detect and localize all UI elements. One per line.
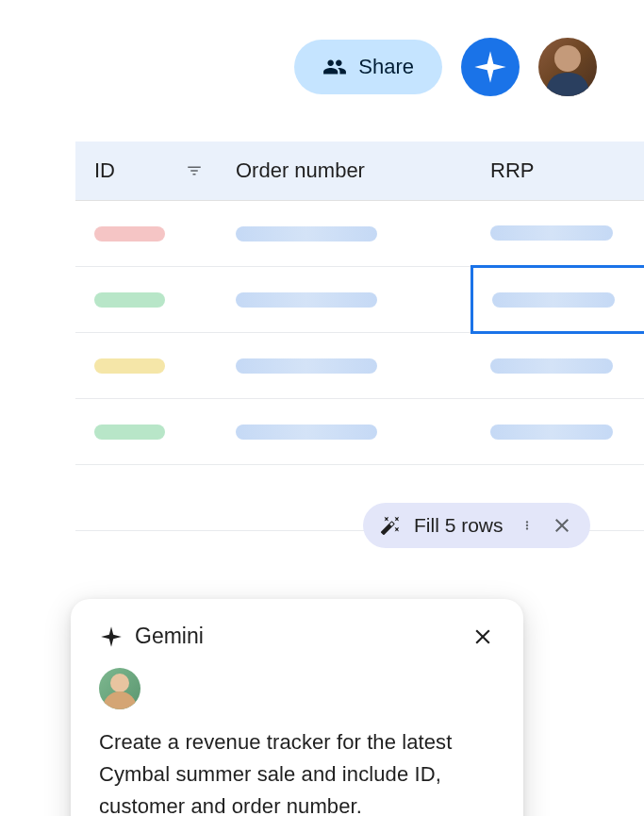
cell-id[interactable]	[75, 201, 217, 267]
cell-id[interactable]	[75, 333, 217, 399]
cell-id[interactable]	[75, 465, 217, 531]
table-header-row: ID Order number RRP	[75, 142, 644, 201]
prompt-user-avatar	[99, 668, 140, 709]
cell-order[interactable]	[217, 399, 471, 465]
placeholder-pill	[94, 292, 165, 308]
placeholder-pill	[236, 358, 377, 374]
column-header-rrp[interactable]: RRP	[471, 142, 644, 201]
cell-order[interactable]	[217, 267, 471, 333]
user-avatar[interactable]	[538, 38, 597, 96]
placeholder-pill	[236, 292, 377, 308]
sparkle-icon	[471, 48, 509, 86]
sparkle-icon	[99, 624, 124, 649]
table-row	[75, 333, 644, 399]
placeholder-pill	[490, 225, 613, 241]
table-row	[75, 201, 644, 267]
data-table: ID Order number RRP	[75, 142, 644, 531]
cell-id[interactable]	[75, 399, 217, 465]
filter-icon[interactable]	[186, 162, 203, 179]
cell-rrp[interactable]	[471, 399, 644, 465]
gemini-panel-title: Gemini	[99, 624, 204, 649]
placeholder-pill	[94, 358, 165, 374]
gemini-button[interactable]	[461, 38, 520, 96]
placeholder-pill	[94, 226, 165, 241]
top-toolbar: Share	[294, 38, 597, 96]
close-icon[interactable]	[471, 624, 495, 649]
share-label: Share	[358, 55, 414, 79]
fill-rows-chip[interactable]: Fill 5 rows	[363, 503, 590, 548]
fill-rows-label: Fill 5 rows	[414, 514, 504, 537]
share-button[interactable]: Share	[294, 40, 442, 94]
cell-id[interactable]	[75, 267, 217, 333]
gemini-panel-header: Gemini	[99, 624, 495, 649]
more-vert-icon[interactable]	[517, 515, 537, 536]
placeholder-pill	[94, 425, 165, 440]
placeholder-pill	[490, 425, 613, 440]
placeholder-pill	[490, 358, 613, 374]
cell-rrp[interactable]	[471, 201, 644, 267]
table-row	[75, 267, 644, 333]
close-icon[interactable]	[551, 514, 573, 537]
cell-rrp[interactable]	[471, 333, 644, 399]
column-header-id[interactable]: ID	[75, 142, 217, 201]
gemini-panel: Gemini Create a revenue tracker for the …	[71, 599, 523, 816]
cell-order[interactable]	[217, 201, 471, 267]
gemini-prompt-text: Create a revenue tracker for the latest …	[99, 726, 495, 816]
placeholder-pill	[236, 226, 377, 241]
people-icon	[322, 55, 347, 79]
cell-rrp-selected[interactable]	[471, 267, 644, 333]
magic-wand-icon	[380, 515, 401, 536]
table-row	[75, 399, 644, 465]
column-header-order[interactable]: Order number	[217, 142, 471, 201]
cell-order[interactable]	[217, 333, 471, 399]
placeholder-pill	[236, 425, 377, 440]
placeholder-pill	[492, 292, 615, 308]
